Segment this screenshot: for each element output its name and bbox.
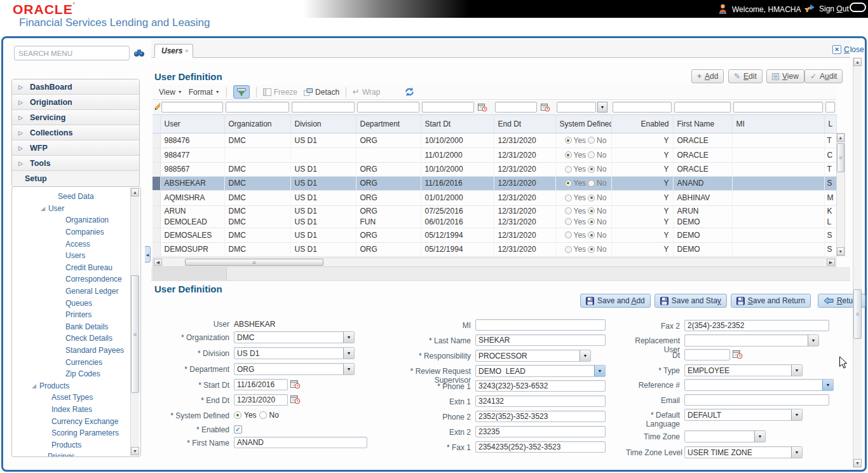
radio-no[interactable] xyxy=(588,218,595,225)
sidebar-item-dashboard[interactable]: ▷DashBoard xyxy=(12,79,139,95)
dropdown-arrow-icon[interactable]: ▼ xyxy=(580,350,590,361)
detach-button[interactable]: Detach xyxy=(304,88,339,97)
add-button[interactable]: +Add xyxy=(691,69,724,83)
radio-no[interactable] xyxy=(588,166,595,173)
dropdown-arrow-icon[interactable]: ▼ xyxy=(343,332,354,343)
panel-scroll-thumb[interactable]: ≡ xyxy=(853,289,862,339)
save-and-add-button[interactable]: Save and Add xyxy=(580,294,651,308)
filter-division-input[interactable] xyxy=(292,102,355,113)
radio-no[interactable] xyxy=(588,246,595,253)
radio-yes[interactable] xyxy=(565,180,572,187)
table-horizontal-scrollbar[interactable]: ◀ ≡ ▶ xyxy=(153,257,836,267)
tree-item-access[interactable]: Access xyxy=(12,238,140,250)
filter-organization-input[interactable] xyxy=(226,102,289,113)
fax1-input[interactable] xyxy=(475,441,606,453)
tree-item-companies[interactable]: Companies xyxy=(12,226,140,238)
end-dt-input[interactable] xyxy=(234,394,288,406)
tree-item-correspondence[interactable]: Correspondence xyxy=(12,273,140,285)
filter-system-defined-dropdown[interactable]: ▼ xyxy=(597,102,607,113)
tree-item-currency-exchange[interactable]: Currency Exchange xyxy=(12,415,140,427)
table-row[interactable]: AQMISHRADMCUS D1ORG01/01/200012/31/2020 … xyxy=(153,190,836,205)
radio-yes[interactable] xyxy=(565,137,572,144)
mi-input[interactable] xyxy=(475,319,606,331)
table-vertical-scrollbar[interactable]: ▲ ≡ ▼ xyxy=(836,133,845,256)
radio-no[interactable] xyxy=(259,411,267,419)
dropdown-arrow-icon[interactable]: ▼ xyxy=(594,366,605,376)
sidebar-item-setup[interactable]: Setup xyxy=(12,171,139,186)
query-by-example-button[interactable] xyxy=(233,85,250,99)
fax2-input[interactable] xyxy=(684,320,829,331)
filter-department-input[interactable] xyxy=(357,102,419,113)
sidebar-collapse-handle[interactable]: ◀ xyxy=(145,246,151,263)
radio-yes[interactable] xyxy=(565,231,572,238)
table-row[interactable]: DEMOLEADDMCUS D1FUN06/01/201612/31/2020 … xyxy=(153,216,836,228)
department-select[interactable]: ORG▼ xyxy=(234,363,355,375)
search-binoculars-icon[interactable] xyxy=(133,48,145,57)
tree-item-user[interactable]: ◢User xyxy=(12,203,140,215)
close-icon[interactable]: ✕ xyxy=(832,45,841,54)
tree-scrollbar[interactable]: ▲ ≡ ▼ xyxy=(130,188,139,456)
tree-item-scoring-parameters[interactable]: Scoring Parameters xyxy=(12,427,140,439)
tree-item-products[interactable]: Products xyxy=(12,439,140,451)
table-row[interactable]: ARUNDMCUS D1ORG07/25/201612/31/2020 YesN… xyxy=(153,205,836,216)
tree-item-organization[interactable]: Organization xyxy=(12,214,140,226)
dropdown-arrow-icon[interactable]: ▼ xyxy=(343,348,354,359)
radio-yes[interactable] xyxy=(565,195,572,202)
sidebar-item-collections[interactable]: ▷Collections xyxy=(12,125,139,141)
responsibility-select[interactable]: PROCESSOR▼ xyxy=(475,350,591,362)
tree-item-asset-types[interactable]: Asset Types xyxy=(12,392,140,404)
calendar-icon[interactable] xyxy=(290,380,301,389)
column-header-organization[interactable]: Organization xyxy=(224,114,290,133)
column-header-user[interactable]: User xyxy=(160,114,224,133)
calendar-icon[interactable] xyxy=(290,395,301,404)
column-header-last-name[interactable]: L xyxy=(824,114,836,133)
review-request-supervisor-select[interactable]: DEMO LEAD▼ xyxy=(475,365,606,377)
dropdown-arrow-icon[interactable]: ▼ xyxy=(754,431,765,442)
tree-scroll-thumb[interactable]: ≡ xyxy=(131,275,139,393)
dropdown-arrow-icon[interactable]: ▼ xyxy=(343,364,354,374)
panel-vertical-scrollbar[interactable]: ▲ ≡ ▼ xyxy=(853,57,862,468)
tree-item-products-group[interactable]: ◢Products xyxy=(12,380,140,392)
sidebar-item-tools[interactable]: ▷Tools xyxy=(12,156,139,171)
radio-no[interactable] xyxy=(588,231,595,238)
tree-item-index-rates[interactable]: Index Rates xyxy=(12,404,140,416)
column-header-division[interactable]: Division xyxy=(290,114,356,133)
radio-yes[interactable] xyxy=(565,207,572,214)
calendar-icon[interactable] xyxy=(478,103,487,112)
scroll-up-icon[interactable]: ▲ xyxy=(131,188,139,196)
close-button[interactable]: ✕ Close xyxy=(832,45,864,54)
table-row[interactable]: DEMOSALESDMCUS D1ORG05/12/199412/31/2020… xyxy=(153,228,836,242)
radio-yes[interactable] xyxy=(565,218,572,225)
radio-no[interactable] xyxy=(588,137,595,144)
freeze-button[interactable]: Freeze xyxy=(263,88,297,97)
column-header-department[interactable]: Department xyxy=(356,114,421,133)
dropdown-arrow-icon[interactable]: ▼ xyxy=(808,335,818,346)
expanded-node-icon[interactable]: ◢ xyxy=(41,205,45,212)
calendar-icon[interactable] xyxy=(541,103,550,112)
sidebar-item-wfp[interactable]: ▷WFP xyxy=(12,141,139,156)
phone1-input[interactable] xyxy=(475,380,606,392)
table-row-selected[interactable]: ABSHEKARDMCUS D1ORG11/16/201612/31/2020 … xyxy=(153,176,836,190)
time-zone-select[interactable]: ▼ xyxy=(684,430,766,442)
time-zone-level-select[interactable]: USER TIME ZONE▼ xyxy=(684,446,803,458)
table-row[interactable]: 988476DMCUS D1ORG10/10/200012/31/2020 Ye… xyxy=(153,133,836,147)
default-language-select[interactable]: DEFAULT▼ xyxy=(684,409,803,421)
filter-user-input[interactable] xyxy=(161,102,223,113)
tree-item-zip-codes[interactable]: Zip Codes xyxy=(12,368,140,380)
view-menu[interactable]: View▼ xyxy=(159,88,182,97)
sidebar-item-servicing[interactable]: ▷Servicing xyxy=(12,110,139,125)
table-row[interactable]: 98847711/01/200012/31/2020 YesNo YORACLE… xyxy=(153,147,836,162)
audit-button[interactable]: ✓Audit xyxy=(804,69,843,83)
scroll-down-icon[interactable]: ▼ xyxy=(837,247,845,256)
column-header-end-dt[interactable]: End Dt xyxy=(494,114,555,133)
scroll-left-icon[interactable]: ◀ xyxy=(154,259,162,266)
column-header-first-name[interactable]: First Name xyxy=(673,114,732,133)
wrap-button[interactable]: ↵Wrap xyxy=(353,87,380,97)
filter-enabled-input[interactable] xyxy=(613,102,672,113)
tab-users[interactable]: Users× xyxy=(154,44,193,58)
dt-input[interactable] xyxy=(684,349,730,360)
dropdown-arrow-icon[interactable]: ▼ xyxy=(791,447,802,458)
filter-mi-input[interactable] xyxy=(733,102,823,113)
column-header-system-defined[interactable]: System Defined xyxy=(555,114,611,133)
radio-no[interactable] xyxy=(588,180,595,187)
